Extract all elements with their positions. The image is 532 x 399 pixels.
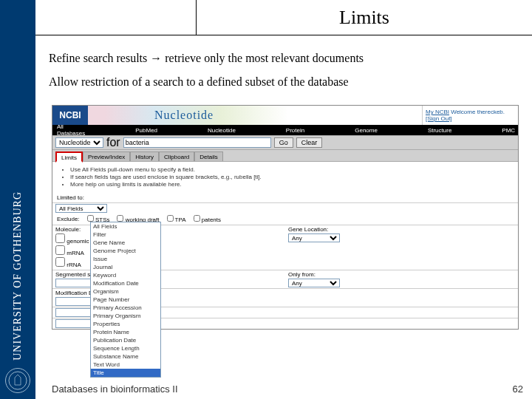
title-bar: Limits [35,0,532,35]
tips-list: Use All Fields pull-down menu to specify… [52,162,518,193]
excl-draft[interactable] [117,215,123,222]
tab-clipboard[interactable]: Clipboard [159,151,194,161]
mol-rrna[interactable] [55,257,65,267]
tab-bar: Limits Preview/Index History Clipboard D… [52,150,518,162]
university-name: UNIVERSITY OF GOTHENBURG [12,191,24,361]
nav-item[interactable]: Structure [428,127,451,134]
tab-details[interactable]: Details [194,151,222,161]
university-seal-icon [5,368,30,393]
ncbi-banner: Nucleotide [88,106,422,125]
ncbi-logo[interactable]: NCBI [52,106,88,125]
search-bar: Nucleotide for Go Clear [52,135,518,150]
tab-preview[interactable]: Preview/Index [83,151,130,161]
db-select[interactable]: Nucleotide [55,137,103,148]
limited-to-label: Limited to: [52,193,518,202]
fields-dropdown-open[interactable]: All Fields Filter Gene Name Genome Proje… [90,222,161,378]
tab-history[interactable]: History [130,151,159,161]
fields-select[interactable]: All Fields [55,204,107,213]
excl-sts[interactable] [87,215,94,222]
footer-left: Databases in bioinformatics II [52,383,178,395]
ncbi-login: My NCBI Welcome thereckeb. [Sign Out] [422,106,518,125]
search-input[interactable] [123,137,271,148]
slide-footer: Databases in bioinformatics II 62 [52,383,523,395]
clear-button[interactable]: Clear [296,137,323,148]
excl-tpa[interactable] [167,215,174,222]
intro-text: Refine search results → retrieve only th… [35,35,532,105]
tab-limits[interactable]: Limits [55,151,83,163]
nav-item[interactable]: Protein [286,127,304,134]
nav-item[interactable]: All Databases [57,123,85,137]
nav-item[interactable]: PMC [502,127,515,134]
myncbi-link[interactable]: My NCBI [426,109,449,115]
onlyfrom-select[interactable]: Any [288,279,340,287]
go-button[interactable]: Go [274,137,293,148]
arrow-icon: → [150,52,162,64]
signout-link[interactable]: [Sign Out] [426,115,452,122]
excl-patents[interactable] [194,215,200,222]
nav-item[interactable]: Genome [355,127,378,134]
page-title: Limits [339,7,389,29]
geneloc-select[interactable]: Any [288,233,340,242]
mol-mrna[interactable] [55,245,65,255]
mol-gdna[interactable] [55,233,65,243]
nav-item[interactable]: Nucleotide [208,127,236,134]
sidebar: UNIVERSITY OF GOTHENBURG [0,0,35,399]
page-number: 62 [513,383,523,395]
nav-item[interactable]: PubMed [135,127,157,134]
ncbi-navbar: All Databases PubMed Nucleotide Protein … [52,125,518,135]
